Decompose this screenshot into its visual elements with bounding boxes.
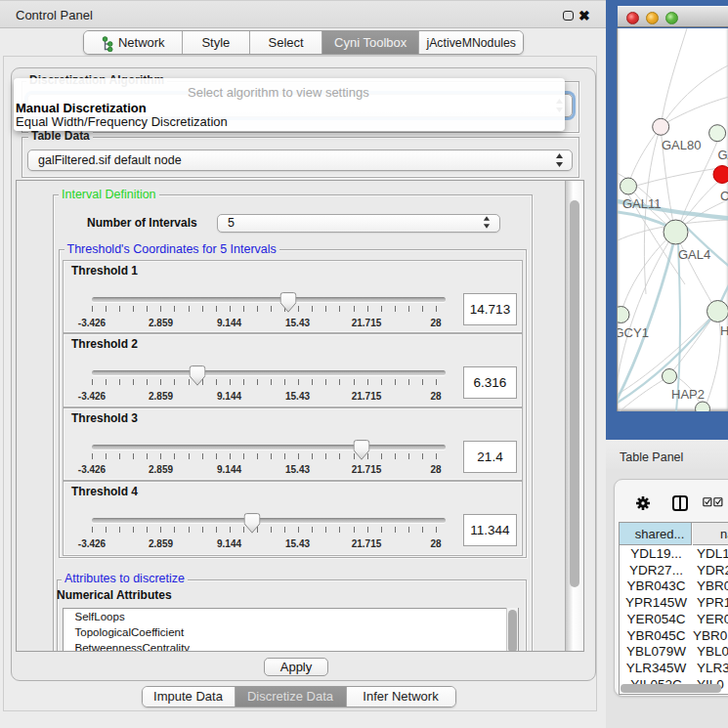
- svg-text:GAL4: GAL4: [678, 247, 710, 262]
- svg-text:GCY1: GCY1: [618, 325, 649, 340]
- svg-text:GAL80: GAL80: [662, 138, 701, 152]
- svg-text:HAP2: HAP2: [671, 387, 705, 402]
- svg-text:C: C: [720, 189, 728, 203]
- svg-text:H: H: [720, 323, 728, 338]
- svg-text:GA: GA: [718, 148, 728, 162]
- svg-text:GAL11: GAL11: [622, 196, 662, 211]
